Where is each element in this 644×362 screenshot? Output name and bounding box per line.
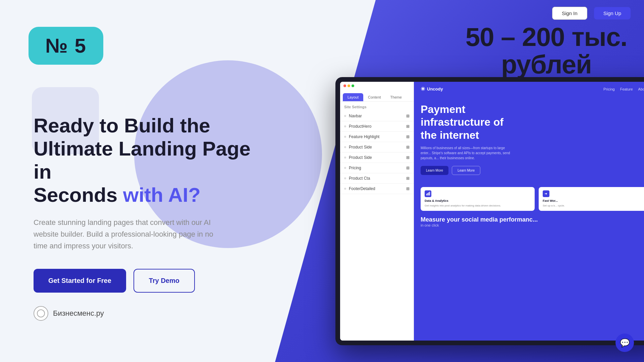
get-started-button[interactable]: Get Started for Free [34,269,126,293]
heading-part2: Ultimate Landing Page in [34,137,251,183]
tab-content[interactable]: Content [363,93,386,101]
svg-rect-1 [427,193,428,195]
preview-feature-card-1: Data & Analytics Get insights into post … [421,187,535,211]
panel-dot [344,157,346,159]
panel-item-footer[interactable]: FooterDetailed ⊞ [340,184,414,194]
panel-icon-productside1: ⊞ [406,145,410,149]
brand-inner [37,309,45,317]
cta-buttons: Get Started for Free Try Demo [34,269,268,293]
laptop-screen: Layout Content Theme Site Settings Navba… [340,82,644,341]
price-line2: рублей [466,51,627,78]
chat-bubble-button[interactable]: 💬 [615,334,634,352]
panel-dot [344,177,346,179]
panel-icon-feature: ⊞ [406,134,410,139]
number-badge: № 5 [29,27,103,65]
preview-title-line2: infrastructure of [421,116,644,128]
preview-nav-links: Pricing Feature About us [603,87,644,91]
price-tag: 50 – 200 тыс. рублей [466,23,627,78]
panel-icon-pricing: ⊞ [406,166,410,170]
tab-layout[interactable]: Layout [343,93,363,101]
preview-hero-btns: Learn More Learn More [421,166,644,175]
panel-item-productcta[interactable]: Product Cta ⊞ [340,173,414,184]
heading-part3: Seconds [34,184,123,206]
browser-left-panel: Layout Content Theme Site Settings Navba… [340,82,414,341]
preview-hero-sub: Millions of businesses of all sizes—from… [421,145,515,161]
panel-item-pricing[interactable]: Pricing ⊞ [340,163,414,173]
panel-item-producthero[interactable]: ProductHero ⊞ [340,121,414,132]
preview-feature-card-2: Fast Wor... Set up a b... cycle. [539,187,644,211]
panel-icon-productside2: ⊞ [406,155,410,160]
svg-rect-3 [429,192,430,195]
brand-footer: Бизнесменс.ру [34,306,268,321]
panel-dot [344,136,346,138]
preview-social-title: Measure your social media performanc... [421,216,644,223]
try-demo-button[interactable]: Try Demo [133,269,195,293]
nav-link-pricing[interactable]: Pricing [603,87,615,91]
panel-item-featurehighlight[interactable]: Feature Highlight ⊞ [340,132,414,142]
preview-features: Data & Analytics Get insights into post … [414,187,644,211]
laptop-outer: Layout Content Theme Site Settings Navba… [335,77,644,345]
panel-label-footer: FooterDetailed [349,186,375,191]
panel-icon-producthero: ⊞ [406,124,410,129]
panel-icon-footer: ⊞ [406,186,410,191]
hero-content: Ready to Build the Ultimate Landing Page… [34,114,268,321]
preview-learn-btn[interactable]: Learn More [452,166,480,175]
feature2-desc: Set up a b... cycle. [543,204,644,207]
mockup-container: Layout Content Theme Site Settings Navba… [335,77,644,345]
panel-label-productside1: Product Side [349,145,372,149]
panel-label-productcta: Product Cta [349,176,370,181]
brand-logo [34,306,48,321]
panel-dot [344,188,346,190]
feature-chart-icon [425,190,431,197]
panel-item-productside1[interactable]: Product Side ⊞ [340,142,414,153]
preview-hero-title: Payment infrastructure of the internet [421,103,644,141]
signin-button[interactable]: Sign In [552,7,587,20]
dot-green [352,84,354,87]
preview-navbar: ✳ Uncody Pricing Feature About us [414,82,644,96]
svg-rect-2 [428,192,429,195]
panel-dot [344,125,346,127]
browser-dots [340,82,414,90]
panel-dot [344,115,346,117]
feature1-desc: Get insights into post analytics for mak… [425,204,531,207]
panel-label-producthero: ProductHero [349,124,371,129]
dot-red [343,84,346,87]
preview-title-line1: Payment [421,103,644,116]
preview-title-line3: the internet [421,129,644,141]
panel-label-productside2: Product Side [349,155,372,160]
preview-learn-more-btn[interactable]: Learn More [421,166,448,175]
preview-social: Measure your social media performanc... … [414,211,644,227]
panel-icon-productcta: ⊞ [406,176,410,181]
feature2-title: Fast Wor... [543,199,644,202]
panel-label-navbar: Navbar [349,114,362,118]
nav-link-feature[interactable]: Feature [620,87,633,91]
feature-arrow-icon [543,190,549,197]
browser-tabs: Layout Content Theme [340,90,414,102]
panel-label-feature: Feature Highlight [349,134,379,139]
price-line1: 50 – 200 тыс. [466,23,627,51]
preview-logo: ✳ Uncody [421,86,443,92]
chat-icon: 💬 [620,338,630,348]
brand-name: Бизнесменс.ру [53,309,104,318]
panel-icon-navbar: ⊞ [406,114,410,118]
dot-yellow [347,84,350,87]
tab-theme[interactable]: Theme [386,93,407,101]
badge-number-text: № 5 [45,35,87,57]
heading-part1: Ready to Build the [34,114,210,137]
preview-social-sub: in one click [421,223,644,227]
panel-section-title: Site Settings [340,102,414,111]
nav-link-about[interactable]: About us [638,87,644,91]
hero-subtext: Create stunning landing pages that conve… [34,217,228,252]
heading-highlight: with AI? [123,184,201,206]
panel-item-navbar[interactable]: Navbar ⊞ [340,111,414,121]
preview-logo-name: Uncody [427,86,443,92]
feature1-title: Data & Analytics [425,199,531,202]
panel-item-productside2[interactable]: Product Side ⊞ [340,153,414,163]
panel-dot [344,146,346,148]
svg-rect-0 [426,194,427,195]
signup-button[interactable]: Sign Up [594,7,631,19]
preview-hero: Payment infrastructure of the internet M… [414,96,644,182]
main-heading: Ready to Build the Ultimate Landing Page… [34,114,268,206]
logo-star-icon: ✳ [421,86,425,92]
browser-right-panel: ✳ Uncody Pricing Feature About us Paymen… [414,82,644,341]
